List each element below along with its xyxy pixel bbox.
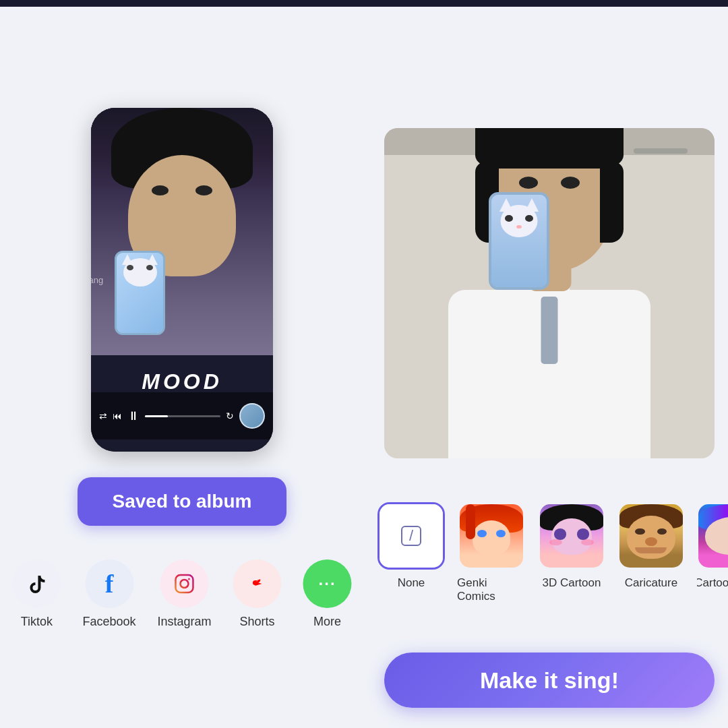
left-panel: Your own persona Own those poles MOOD ⇄ … <box>0 7 364 728</box>
caricature-preview <box>619 504 683 568</box>
filter-none-label: None <box>398 576 425 590</box>
music-controls: ⇄ ⏮ ⏸ ↻ <box>91 392 273 439</box>
share-instagram[interactable]: Instagram <box>158 559 212 629</box>
progress-bar[interactable] <box>145 415 220 417</box>
shuffle-icon[interactable]: ⇄ <box>99 411 107 421</box>
3dcartoon-preview <box>540 504 603 568</box>
tiktok-icon[interactable] <box>12 559 61 608</box>
share-shorts[interactable]: Shorts <box>233 559 282 629</box>
filter-cartoon-label: Cartoon <box>697 576 728 590</box>
filter-none-thumb[interactable] <box>377 502 445 570</box>
filter-3dcartoon[interactable]: 3D Cartoon <box>538 502 605 590</box>
filter-genki[interactable]: Genki Comics <box>457 502 526 603</box>
share-facebook[interactable]: f Facebook <box>82 559 135 629</box>
top-bar <box>0 0 728 7</box>
share-more[interactable]: ··· More <box>303 559 352 629</box>
filter-caricature-label: Caricature <box>625 576 677 590</box>
facebook-icon[interactable]: f <box>85 559 133 608</box>
instagram-label: Instagram <box>158 615 212 629</box>
prev-icon[interactable]: ⏮ <box>113 411 122 421</box>
right-panel: None Genki Comics <box>364 7 728 728</box>
filter-none[interactable]: None <box>377 502 445 590</box>
phone-mockup: Your own persona Own those poles MOOD ⇄ … <box>91 108 273 452</box>
instagram-icon[interactable] <box>160 559 209 608</box>
share-row: Tiktok f Facebook <box>12 559 351 629</box>
cartoon-preview <box>698 504 728 568</box>
svg-point-2 <box>188 578 190 580</box>
avatar-image <box>241 404 264 427</box>
share-tiktok[interactable]: Tiktok <box>12 559 61 629</box>
phone-in-hand <box>115 251 165 335</box>
shorts-icon[interactable] <box>233 559 282 608</box>
progress-fill <box>145 415 168 417</box>
tiktok-label: Tiktok <box>21 615 53 629</box>
filter-row: None Genki Comics <box>377 502 728 603</box>
facebook-label: Facebook <box>82 615 135 629</box>
filter-genki-thumb[interactable] <box>458 502 525 570</box>
more-label: More <box>313 615 341 629</box>
saved-to-album-button[interactable]: Saved to album <box>78 477 286 526</box>
more-icon[interactable]: ··· <box>303 559 352 608</box>
phone-content: Your own persona Own those poles MOOD ⇄ … <box>91 108 273 452</box>
filter-3dcartoon-label: 3D Cartoon <box>543 576 601 590</box>
phone-photo-area: Your own persona Own those poles <box>91 108 273 355</box>
photo-background <box>384 128 715 458</box>
filter-3dcartoon-thumb[interactable] <box>538 502 605 570</box>
filter-cartoon-thumb[interactable] <box>697 502 728 570</box>
shorts-label: Shorts <box>240 615 275 629</box>
filter-genki-label: Genki Comics <box>457 576 526 603</box>
svg-point-1 <box>181 580 189 588</box>
none-slash-icon <box>401 526 421 546</box>
filter-caricature-thumb[interactable] <box>617 502 685 570</box>
refresh-icon[interactable]: ↻ <box>226 411 234 421</box>
pause-icon[interactable]: ⏸ <box>127 409 140 423</box>
main-photo <box>384 128 715 458</box>
change-hint: Chang <box>91 275 103 285</box>
svg-rect-0 <box>176 575 193 593</box>
avatar <box>239 403 265 429</box>
make-it-sing-button[interactable]: Make it sing! <box>384 653 715 708</box>
genki-preview <box>460 504 523 568</box>
filter-caricature[interactable]: Caricature <box>617 502 685 590</box>
filter-cartoon[interactable]: Cartoon <box>697 502 728 590</box>
mood-label: MOOD <box>91 369 273 394</box>
